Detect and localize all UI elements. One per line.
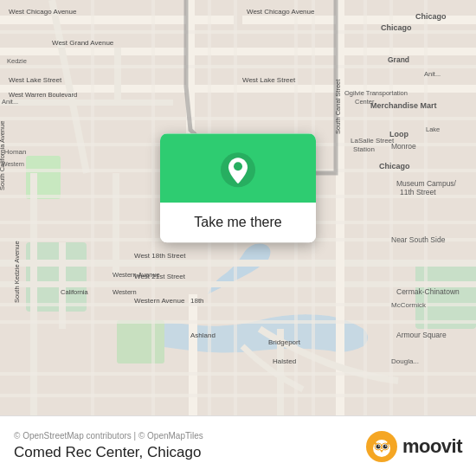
map-area: West Chicago Avenue West Chicago Avenue … <box>0 0 476 415</box>
svg-text:-Homan: -Homan <box>2 148 26 156</box>
svg-rect-30 <box>0 372 476 376</box>
svg-text:Chicago: Chicago <box>381 23 412 32</box>
svg-text:Chicago: Chicago <box>379 162 410 170</box>
svg-rect-10 <box>0 260 476 267</box>
svg-text:West Chicago Avenue: West Chicago Avenue <box>247 8 315 16</box>
svg-rect-15 <box>113 173 119 277</box>
svg-text:Museum Campus/: Museum Campus/ <box>396 179 457 188</box>
popup-card: Take me there <box>160 133 316 242</box>
svg-rect-21 <box>0 65 476 68</box>
svg-text:Dougla...: Dougla... <box>391 357 419 365</box>
svg-text:West Grand Avenue: West Grand Avenue <box>52 39 114 47</box>
svg-text:Western Avenue: Western Avenue <box>134 297 185 305</box>
svg-point-92 <box>383 444 387 448</box>
svg-text:Bridgeport: Bridgeport <box>268 338 301 346</box>
svg-text:McCormick: McCormick <box>391 301 427 309</box>
svg-text:Grand: Grand <box>388 55 409 64</box>
svg-text:Merchandise Mart: Merchandise Mart <box>370 101 437 110</box>
svg-text:Western: Western <box>113 288 137 296</box>
svg-rect-17 <box>59 242 66 329</box>
footer-left: © OpenStreetMap contributors | © OpenMap… <box>14 431 203 461</box>
location-pin-icon <box>219 151 257 189</box>
location-name: Comed Rec Center, Chicago <box>14 444 203 461</box>
svg-text:West Lake Street: West Lake Street <box>9 76 62 84</box>
svg-text:West Warren Boulevard: West Warren Boulevard <box>9 91 77 99</box>
svg-rect-11 <box>0 281 476 287</box>
svg-rect-40 <box>424 0 428 415</box>
svg-rect-19 <box>30 173 37 415</box>
svg-text:Halsted: Halsted <box>273 357 296 365</box>
svg-text:Station: Station <box>353 145 375 153</box>
svg-text:Armour Square: Armour Square <box>396 331 447 339</box>
svg-text:Ashland: Ashland <box>190 331 215 339</box>
svg-text:South Kedzie Avenue: South Kedzie Avenue <box>13 241 21 303</box>
svg-text:Anit...: Anit... <box>2 98 18 106</box>
svg-text:LaSalle Street: LaSalle Street <box>351 137 395 145</box>
map-attribution: © OpenStreetMap contributors | © OpenMap… <box>14 431 203 441</box>
svg-text:Near South Side: Near South Side <box>391 235 446 244</box>
svg-text:West 18th Street: West 18th Street <box>134 252 186 260</box>
footer: © OpenStreetMap contributors | © OpenMap… <box>0 415 476 476</box>
svg-text:Western Avenue: Western Avenue <box>113 271 160 279</box>
svg-text:Ogilvie Transportation: Ogilvie Transportation <box>344 89 408 97</box>
svg-text:Center: Center <box>355 98 375 106</box>
svg-rect-7 <box>0 48 476 55</box>
svg-point-86 <box>234 162 242 170</box>
svg-text:Lake: Lake <box>426 125 440 133</box>
svg-text:Cermak-Chinatown: Cermak-Chinatown <box>396 287 460 296</box>
moovit-logo: moovit <box>366 431 462 462</box>
popup-header <box>160 133 316 203</box>
svg-text:Kedzie: Kedzie <box>7 57 27 65</box>
svg-rect-33 <box>91 0 94 415</box>
moovit-text: moovit <box>402 435 462 458</box>
svg-point-94 <box>385 445 387 447</box>
svg-rect-22 <box>0 117 476 120</box>
svg-point-91 <box>376 444 380 448</box>
moovit-icon <box>366 431 397 462</box>
popup-triangle <box>228 205 248 217</box>
svg-rect-29 <box>0 320 476 324</box>
svg-rect-16 <box>114 48 121 100</box>
svg-text:Chicago: Chicago <box>415 12 447 21</box>
svg-text:California: California <box>61 288 89 296</box>
svg-text:West Chicago Avenue: West Chicago Avenue <box>9 8 77 16</box>
svg-rect-9 <box>0 100 173 106</box>
svg-point-93 <box>378 445 380 447</box>
svg-text:Monroe: Monroe <box>391 142 416 151</box>
svg-text:West Lake Street: West Lake Street <box>242 76 296 84</box>
svg-text:Western: Western <box>2 161 24 167</box>
svg-rect-38 <box>363 0 367 415</box>
svg-text:18th: 18th <box>190 297 204 305</box>
svg-text:South Canal Street: South Canal Street <box>334 79 342 134</box>
svg-rect-31 <box>0 394 476 397</box>
svg-rect-4 <box>117 320 164 363</box>
svg-text:Anit...: Anit... <box>424 70 441 78</box>
svg-text:11th Street: 11th Street <box>400 188 436 196</box>
svg-rect-32 <box>151 0 155 415</box>
svg-rect-5 <box>0 16 234 24</box>
